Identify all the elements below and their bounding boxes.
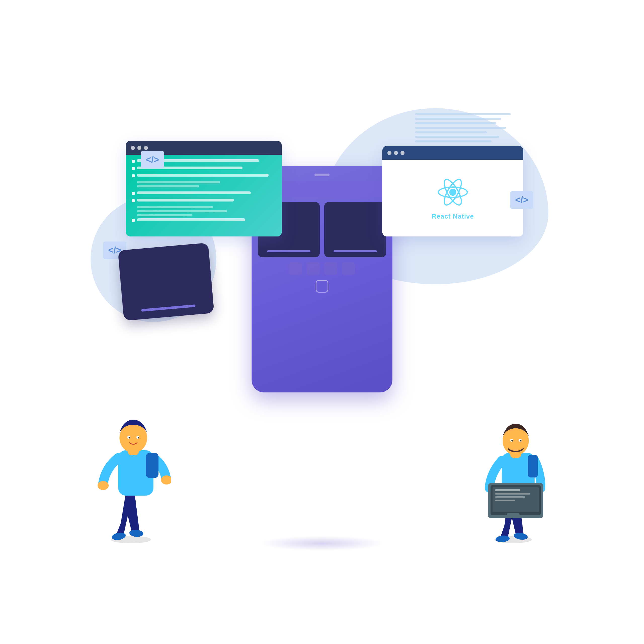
browser-dot-2 xyxy=(137,146,141,150)
code-tag-topleft: </> xyxy=(141,151,164,169)
floating-card xyxy=(118,243,214,321)
phone-card-bar-right xyxy=(334,250,377,252)
browser-react-native-body: React Native xyxy=(382,160,523,236)
react-nucleus xyxy=(449,189,456,196)
browser-dot-r1 xyxy=(387,151,391,155)
browser-react-native: React Native xyxy=(382,146,523,236)
svg-point-10 xyxy=(98,481,109,490)
decorative-lines xyxy=(415,113,511,145)
svg-rect-12 xyxy=(146,453,158,478)
browser-dot-r3 xyxy=(400,151,405,155)
phone-card-bar-left xyxy=(267,250,310,252)
svg-rect-30 xyxy=(507,513,519,517)
svg-rect-31 xyxy=(528,455,538,477)
phone-notch xyxy=(314,174,330,176)
phone-nav-dot-4 xyxy=(342,262,355,275)
phone-nav-dot-2 xyxy=(307,262,320,275)
floating-card-bar xyxy=(141,304,195,312)
browser-dot-1 xyxy=(131,146,135,150)
react-native-logo xyxy=(436,176,469,209)
browser-dot-3 xyxy=(144,146,148,150)
phone-nav-dot-1 xyxy=(289,262,302,275)
browser-titlebar-right xyxy=(382,146,523,160)
phone-shadow xyxy=(259,536,385,551)
illustration-scene: </> </> </> xyxy=(70,70,574,574)
svg-point-9 xyxy=(138,437,139,438)
svg-rect-28 xyxy=(495,496,525,498)
person-right xyxy=(478,397,548,543)
browser-dot-r2 xyxy=(394,151,398,155)
react-native-label: React Native xyxy=(432,213,474,220)
svg-point-8 xyxy=(129,437,130,438)
phone-nav xyxy=(258,262,386,275)
svg-rect-27 xyxy=(495,493,530,495)
person-left-svg xyxy=(91,392,171,543)
svg-point-22 xyxy=(520,440,521,441)
svg-rect-29 xyxy=(495,500,515,501)
svg-rect-26 xyxy=(495,489,520,491)
phone-card-right xyxy=(324,202,386,257)
phone-home-button xyxy=(316,280,328,293)
phone-nav-dot-3 xyxy=(324,262,337,275)
svg-point-21 xyxy=(511,440,513,441)
person-right-svg xyxy=(478,397,548,543)
code-tag-middleright: </> xyxy=(510,191,533,209)
person-left xyxy=(91,392,171,543)
